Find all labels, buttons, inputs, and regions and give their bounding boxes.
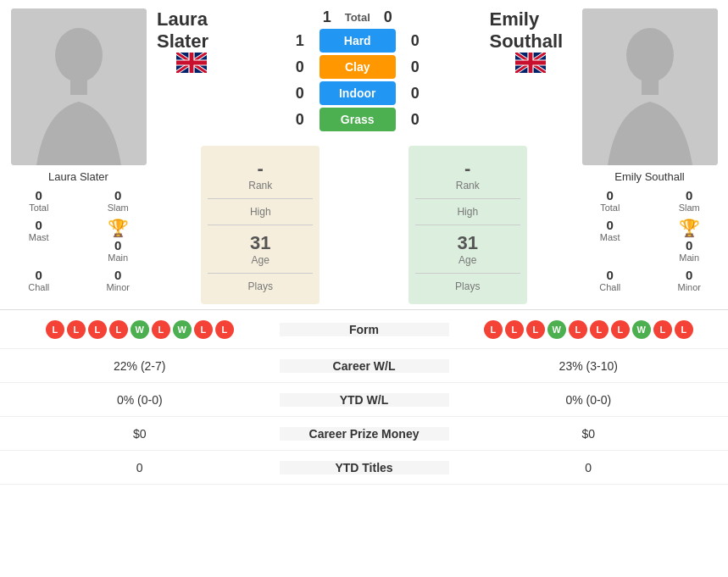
career-wl-label: Career W/L <box>280 359 449 373</box>
plays-row-left: Plays <box>208 275 313 297</box>
form-label: Form <box>280 323 449 336</box>
ytd-wl-right: 0% (0-0) <box>449 393 729 407</box>
center-content: Laura Slater 1 Total 0 <box>157 8 571 304</box>
rank-val-left: - <box>258 158 264 180</box>
stat-chall-left: 0 Chall <box>0 266 78 294</box>
high-lab-right: High <box>457 206 478 218</box>
career-wl-left: 22% (2-7) <box>0 359 280 373</box>
name-section-left: Laura Slater <box>157 8 225 76</box>
ytd-wl-label: YTD W/L <box>280 393 449 407</box>
rank-val-right: - <box>464 158 470 180</box>
form-badge-right: L <box>675 320 693 339</box>
names-flags-row: Laura Slater 1 Total 0 <box>157 8 571 134</box>
ytd-wl-left: 0% (0-0) <box>0 393 280 407</box>
plays-lab-right: Plays <box>455 280 480 292</box>
stat-main-trophy-left: 🏆 0 Main <box>80 216 158 264</box>
badge-hard: Hard <box>320 29 396 53</box>
score-total-row: 1 Total 0 <box>225 8 489 26</box>
trophy-icon-left: 🏆 <box>108 218 129 238</box>
stat-total-left: 0 Total <box>0 186 78 214</box>
score-grass-row: 0 Grass 0 <box>225 108 489 131</box>
main-container: Laura Slater 0 Total 0 Slam 0 Mast 🏆 0 <box>0 0 728 485</box>
titles-left: 0 <box>0 461 280 474</box>
rank-row-right: - Rank <box>415 153 520 197</box>
form-badge-left: W <box>131 320 149 339</box>
prize-label: Career Prize Money <box>280 427 449 441</box>
age-row-right: 31 Age <box>415 227 520 271</box>
rank-lab-right: Rank <box>456 180 480 191</box>
top-section: Laura Slater 0 Total 0 Slam 0 Mast 🏆 0 <box>0 0 728 309</box>
svg-rect-7 <box>642 78 659 95</box>
stat-main-trophy-right: 🏆 0 Main <box>651 216 729 264</box>
plays-row-right: Plays <box>415 275 520 297</box>
titles-right: 0 <box>449 461 729 474</box>
badge-grass: Grass <box>320 108 396 131</box>
stat-minor-right: 0 Minor <box>651 266 729 294</box>
player-stats-right: 0 Total 0 Slam 0 Mast 🏆 0 Main 0 <box>571 186 728 294</box>
age-val-right: 31 <box>458 232 478 254</box>
divider1-left <box>208 198 313 199</box>
silhouette-left <box>11 8 147 165</box>
high-lab-left: High <box>250 206 271 218</box>
svg-point-6 <box>626 28 674 82</box>
form-row: LLLLWLWLL Form LLLWLLLWLL <box>0 310 728 349</box>
info-panel-right: - Rank High 31 Age Plays <box>408 146 527 304</box>
player-box-right: Emily Southall 0 Total 0 Slam 0 Mast 🏆 0 <box>571 8 728 304</box>
high-row-right: High <box>415 201 520 223</box>
age-row-left: 31 Age <box>208 227 313 271</box>
form-badge-right: L <box>505 320 524 339</box>
age-lab-left: Age <box>252 254 270 266</box>
player-name-heading-right: Emily Southall <box>489 8 571 53</box>
form-badge-left: L <box>109 320 128 339</box>
stat-minor-left: 0 Minor <box>80 266 158 294</box>
form-badge-right: W <box>547 320 566 339</box>
badge-indoor: Indoor <box>320 81 396 105</box>
player-box-left: Laura Slater 0 Total 0 Slam 0 Mast 🏆 0 <box>0 8 157 304</box>
player-name-right: Emily Southall <box>614 170 684 183</box>
prize-row: $0 Career Prize Money $0 <box>0 417 728 451</box>
rank-lab-left: Rank <box>248 180 272 191</box>
form-badge-left: L <box>67 320 86 339</box>
player-name-left: Laura Slater <box>48 170 108 183</box>
bottom-stats: LLLLWLWLL Form LLLWLLLWLL 22% (2-7) Care… <box>0 309 728 485</box>
form-badge-left: W <box>173 320 192 339</box>
form-badge-right: L <box>484 320 503 339</box>
form-badge-left: L <box>46 320 64 339</box>
divider2-left <box>208 225 313 225</box>
side-panels-row: - Rank High 31 Age Plays <box>157 146 571 304</box>
stat-mast-left: 0 Mast <box>0 216 78 264</box>
form-badge-right: L <box>611 320 630 339</box>
form-badge-left: L <box>194 320 213 339</box>
stat-mast-right: 0 Mast <box>571 216 649 264</box>
form-badge-right: L <box>526 320 545 339</box>
rank-row-left: - Rank <box>208 153 313 197</box>
score-indoor-row: 0 Indoor 0 <box>225 81 489 105</box>
scores-center: 1 Total 0 1 Hard 0 0 Clay 0 <box>225 8 489 134</box>
prize-right: $0 <box>449 427 729 441</box>
divider3-right <box>415 273 520 274</box>
svg-point-1 <box>55 28 103 82</box>
form-left: LLLLWLWLL <box>0 320 280 339</box>
silhouette-right <box>582 8 718 165</box>
form-badge-right: W <box>632 320 651 339</box>
trophy-icon-right: 🏆 <box>679 218 700 238</box>
high-row-left: High <box>208 201 313 223</box>
age-val-left: 31 <box>250 232 270 254</box>
stat-chall-right: 0 Chall <box>571 266 649 294</box>
stat-slam-left: 0 Slam <box>80 186 158 214</box>
info-panel-left: - Rank High 31 Age Plays <box>201 146 320 304</box>
divider1-right <box>415 198 520 199</box>
form-badge-left: L <box>215 320 234 339</box>
form-badge-right: L <box>569 320 587 339</box>
player-avatar-left <box>11 8 147 165</box>
flag-left <box>176 53 207 73</box>
name-section-right: Emily Southall <box>489 8 571 76</box>
titles-label: YTD Titles <box>280 461 449 474</box>
age-lab-right: Age <box>458 254 476 266</box>
career-wl-row: 22% (2-7) Career W/L 23% (3-10) <box>0 349 728 383</box>
career-wl-right: 23% (3-10) <box>449 359 729 373</box>
flag-right <box>515 53 546 73</box>
plays-lab-left: Plays <box>248 280 273 292</box>
form-badge-right: L <box>653 320 672 339</box>
titles-row: 0 YTD Titles 0 <box>0 451 728 485</box>
